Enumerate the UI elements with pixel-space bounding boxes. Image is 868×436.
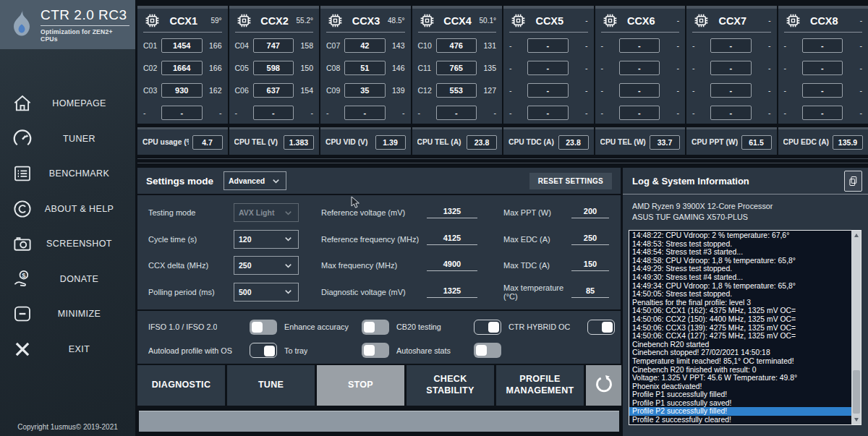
reference-frequency-mhz-input[interactable]: 4125 <box>427 234 477 245</box>
sidebar-item-minimize[interactable]: MINIMIZE <box>0 296 135 332</box>
log-line[interactable]: 14:49:30: Stress test #4 started... <box>629 273 851 282</box>
core-frequency-field[interactable]: - <box>710 61 752 75</box>
log-line[interactable]: 14:48:58: CPU Vdroop: 1,8 % temperature:… <box>629 257 851 265</box>
log-line[interactable]: 14:50:06: CCX4 (127): 4275 MHz, 1325 mV … <box>629 332 851 341</box>
cycle-time-s-select[interactable]: 120 <box>234 230 299 249</box>
log-output-box[interactable]: 14:48:22: CPU Vdroop: 2 % temperature: 6… <box>629 230 861 425</box>
core-frequency-field[interactable]: - <box>344 106 386 120</box>
sidebar-item-homepage[interactable]: HOMEPAGE <box>0 86 135 121</box>
core-frequency-field[interactable]: - <box>436 106 477 120</box>
scroll-down-arrow[interactable] <box>851 415 861 424</box>
ccx-delta-mhz-select[interactable]: 250 <box>234 256 299 275</box>
log-line[interactable]: Profile 2 successfully cleared! <box>629 416 851 424</box>
core-frequency-field[interactable]: - <box>619 106 660 120</box>
ctr-hybrid-oc-toggle[interactable] <box>587 320 615 335</box>
core-frequency-field[interactable]: - <box>619 83 660 98</box>
max-edc-a-input[interactable]: 250 <box>571 234 609 245</box>
log-line[interactable]: Profile P1 successfully saved! <box>629 399 851 408</box>
log-line[interactable]: 14:50:05: Stress test stopped. <box>629 290 851 299</box>
tune-button[interactable]: TUNE <box>227 365 315 406</box>
core-frequency-field[interactable]: 930 <box>161 83 203 98</box>
max-ppt-w-input[interactable]: 200 <box>571 207 609 218</box>
core-frequency-field[interactable]: - <box>710 38 752 53</box>
core-frequency-field[interactable]: - <box>619 61 660 75</box>
core-frequency-field[interactable]: - <box>710 83 752 98</box>
autoload-profile-with-os-toggle[interactable] <box>250 343 277 358</box>
core-frequency-field[interactable]: 747 <box>253 38 294 53</box>
core-frequency-field[interactable]: 637 <box>253 83 294 98</box>
reset-settings-button[interactable]: RESET SETTINGS <box>529 173 612 189</box>
core-frequency-field[interactable]: - <box>161 106 203 120</box>
log-line[interactable]: 14:50:06: CCX1 (162): 4375 MHz, 1325 mV … <box>629 307 851 315</box>
core-frequency-field[interactable]: - <box>527 38 569 53</box>
core-frequency-field[interactable]: - <box>802 83 843 98</box>
scroll-up-arrow[interactable] <box>851 231 861 240</box>
log-line[interactable]: Cinebench R20 finished with result: 0 <box>629 366 851 375</box>
core-frequency-field[interactable]: - <box>710 106 752 120</box>
reference-voltage-mv-input[interactable]: 1325 <box>427 207 477 218</box>
enhance-accuracy-toggle[interactable] <box>362 320 389 335</box>
log-scrollbar[interactable] <box>851 231 861 424</box>
core-frequency-field[interactable]: - <box>619 38 660 53</box>
log-line[interactable]: Voltage: 1.325 V PPT: 45.6 W Temperature… <box>629 374 851 382</box>
check-stability-button[interactable]: CHECK STABILITY <box>407 365 494 406</box>
sidebar-item-exit[interactable]: EXIT <box>0 332 135 367</box>
log-line[interactable]: Temperature limit reached! 85,1° OC term… <box>629 357 851 366</box>
setting-label: Max PPT (W) <box>503 208 571 217</box>
cb20-testing-toggle[interactable] <box>474 320 501 335</box>
autoshare-stats-toggle[interactable] <box>474 343 501 358</box>
sidebar-item-tuner[interactable]: TUNER <box>0 121 135 157</box>
diagnostic-voltage-mv-input[interactable]: 1325 <box>427 286 477 298</box>
core-frequency-field[interactable]: - <box>802 38 843 53</box>
testing-mode-select[interactable]: AVX Light <box>234 203 299 222</box>
profile-management-button[interactable]: PROFILE MANAGEMENT <box>496 365 584 406</box>
log-line[interactable]: Phoenix deactivated! <box>629 382 851 391</box>
max-frequency-mhz-input[interactable]: 4900 <box>427 260 477 271</box>
log-line[interactable]: 14:49:29: Stress test stopped. <box>629 265 851 273</box>
toggle-label: Enhance accuracy <box>284 322 349 331</box>
log-line[interactable]: 14:50:06: CCX3 (139): 4275 MHz, 1325 mV … <box>629 324 851 333</box>
core-frequency-field[interactable]: 476 <box>436 38 477 53</box>
max-tdc-a-input[interactable]: 150 <box>571 260 609 271</box>
core-frequency-field[interactable]: 35 <box>344 83 386 98</box>
log-line[interactable]: Profile P1 successfully filled! <box>629 390 851 399</box>
core-frequency-field[interactable]: - <box>802 106 843 120</box>
core-value: - <box>477 108 496 117</box>
log-line[interactable]: Penalties for the final profile: level 3 <box>629 299 851 307</box>
sidebar-item-screenshot[interactable]: SCREENSHOT <box>0 226 135 262</box>
log-line[interactable]: 14:50:06: CCX2 (150): 4400 MHz, 1325 mV … <box>629 315 851 324</box>
diagnostic-button[interactable]: DIAGNOSTIC <box>137 365 225 406</box>
core-frequency-field[interactable]: - <box>802 61 843 75</box>
core-frequency-field[interactable]: 1454 <box>161 38 203 53</box>
core-frequency-field[interactable]: 553 <box>436 83 477 98</box>
core-frequency-field[interactable]: 765 <box>436 61 477 75</box>
copy-log-button[interactable] <box>844 171 862 192</box>
scrollbar-thumb[interactable] <box>853 370 860 414</box>
polling-period-ms-select[interactable]: 500 <box>234 283 299 302</box>
log-line[interactable]: 14:49:34: CPU Vdroop: 1,8 % temperature:… <box>629 282 851 291</box>
core-frequency-field[interactable]: - <box>527 61 569 75</box>
stop-button[interactable]: STOP <box>317 365 404 406</box>
to-tray-toggle[interactable] <box>362 343 389 358</box>
core-frequency-field[interactable]: - <box>527 83 569 98</box>
core-frequency-field[interactable]: - <box>253 106 294 120</box>
core-frequency-field[interactable]: 598 <box>253 61 294 75</box>
core-frequency-field[interactable]: - <box>527 106 569 120</box>
log-line[interactable]: 14:48:54: Stress test #3 started... <box>629 248 851 257</box>
core-row: - - - <box>503 34 594 56</box>
sidebar-item-about-help[interactable]: ABOUT & HELP <box>0 192 135 227</box>
refresh-button[interactable] <box>586 365 621 406</box>
core-frequency-field[interactable]: 1664 <box>161 61 203 75</box>
log-line[interactable]: 14:48:22: CPU Vdroop: 2 % temperature: 6… <box>629 231 851 240</box>
sidebar-item-benchmark[interactable]: BENCHMARK <box>0 156 135 192</box>
settings-mode-select[interactable]: Advanced <box>224 171 286 190</box>
core-frequency-field[interactable]: 51 <box>344 61 386 75</box>
log-line[interactable]: Cinebench stopped! 27/02/2021 14:50:18 <box>629 349 851 357</box>
log-line[interactable]: Profile P2 successfully filled! <box>629 407 851 416</box>
log-line[interactable]: Cinebench R20 started <box>629 341 851 349</box>
core-frequency-field[interactable]: 42 <box>344 38 386 53</box>
log-line[interactable]: 14:48:53: Stress test stopped. <box>629 240 851 249</box>
ifso-1-0-ifso-2-0-toggle[interactable] <box>250 320 277 335</box>
sidebar-item-donate[interactable]: $ DONATE <box>0 262 135 297</box>
max-temperature-c-input[interactable]: 85 <box>571 286 609 298</box>
